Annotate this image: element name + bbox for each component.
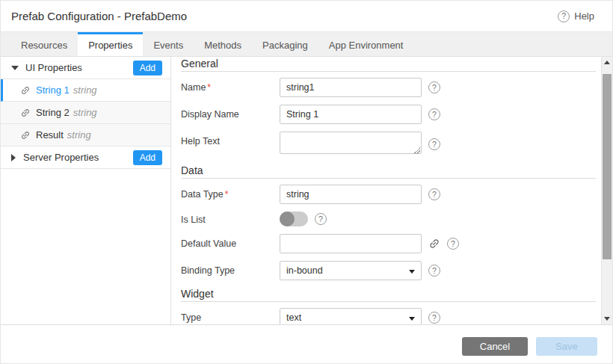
item-name: Result [36,129,64,141]
binding-type-label: Binding Type [181,261,280,280]
arrow-down-icon [604,317,610,321]
section-data: Data [181,164,596,179]
help-label: Help [574,10,594,22]
scrollbar-down-button[interactable] [602,313,612,324]
help-text-label: Help Text [181,132,280,157]
default-value-input[interactable] [280,234,422,253]
default-value-label: Default Value [181,234,280,253]
toggle-knob [280,212,295,226]
scrollbar-thumb[interactable] [603,74,612,259]
display-name-label: Display Name [181,105,280,124]
widget-type-select[interactable]: text [280,308,422,324]
link-icon [20,108,31,118]
item-type-label: string [73,107,97,118]
widget-type-row: Type text [181,308,601,324]
sidebar-group-server-properties[interactable]: Server Properties Add [1,146,170,169]
tab-app-environment[interactable]: App Environment [318,32,414,56]
data-type-label: Data Type* [181,185,280,204]
display-name-row: Display Name [181,105,601,124]
data-type-row: Data Type* [181,185,601,204]
widget-type-help-icon[interactable] [428,312,440,324]
is-list-toggle[interactable] [280,212,308,226]
binding-type-select[interactable]: in-bound [280,261,422,280]
name-help-icon[interactable] [428,81,440,93]
default-value-row: Default Value [181,234,601,253]
is-list-help-icon[interactable] [315,213,327,225]
sidebar-group-ui-properties[interactable]: UI Properties Add [1,57,170,79]
arrow-up-icon [604,61,610,64]
form-scrollbar[interactable] [601,57,612,324]
tab-bar: Resources Properties Events Methods Pack… [1,32,612,57]
help-icon [558,10,570,22]
server-properties-label: Server Properties [23,152,99,163]
dialog-body: UI Properties Add String 1 string String… [1,57,612,324]
binding-type-help-icon[interactable] [428,265,440,277]
property-form: General Name* Display Name Help Text [171,57,601,324]
name-row: Name* [181,78,601,97]
is-list-row: Is List [181,212,601,226]
dialog-footer: Cancel Save [1,324,612,364]
save-button[interactable]: Save [536,337,597,356]
display-name-input[interactable] [280,105,422,124]
data-type-help-icon[interactable] [428,188,440,200]
item-type-label: string [73,84,97,96]
sidebar-item-result[interactable]: Result string [1,124,170,146]
caret-down-icon [11,66,19,70]
help-text-help-icon[interactable] [428,138,440,150]
help-text-textarea[interactable] [280,132,422,154]
binding-type-row: Binding Type in-bound [181,261,601,280]
tab-packaging[interactable]: Packaging [252,32,318,56]
required-asterisk: * [225,189,229,200]
item-type-label: string [67,129,91,141]
scrollbar-up-button[interactable] [602,57,612,68]
properties-sidebar: UI Properties Add String 1 string String… [1,57,171,324]
section-general: General [181,58,596,72]
item-name: String 1 [36,84,70,96]
add-ui-property-button[interactable]: Add [133,61,162,75]
section-widget: Widget [181,288,596,302]
link-icon [20,130,31,141]
tab-events[interactable]: Events [143,32,194,56]
sidebar-item-string-2[interactable]: String 2 string [1,102,170,124]
sidebar-item-string-1[interactable]: String 1 string [1,79,170,102]
cancel-button[interactable]: Cancel [462,337,528,356]
widget-type-label: Type [181,308,280,324]
is-list-label: Is List [181,213,280,225]
name-label: Name* [181,78,280,97]
link-icon [20,85,31,96]
item-name: String 2 [36,107,70,118]
default-value-help-icon[interactable] [447,238,459,250]
page-title: Prefab Configuration - PrefabDemo [11,10,187,22]
required-asterisk: * [207,82,211,93]
ui-properties-label: UI Properties [25,62,82,73]
help-text-row: Help Text [181,132,601,157]
data-type-input[interactable] [280,185,422,204]
caret-right-icon [11,154,16,161]
add-server-property-button[interactable]: Add [133,150,162,165]
help-button[interactable]: Help [558,10,594,22]
tab-methods[interactable]: Methods [194,32,252,56]
scrollbar-track[interactable] [602,68,612,313]
tab-resources[interactable]: Resources [10,32,78,56]
tab-properties[interactable]: Properties [78,32,143,56]
name-input[interactable] [280,78,422,97]
display-name-help-icon[interactable] [428,108,440,120]
prefab-configuration-dialog: Prefab Configuration - PrefabDemo Help R… [0,0,613,364]
bind-value-link-icon[interactable] [428,238,440,250]
dialog-header: Prefab Configuration - PrefabDemo Help [1,1,612,32]
